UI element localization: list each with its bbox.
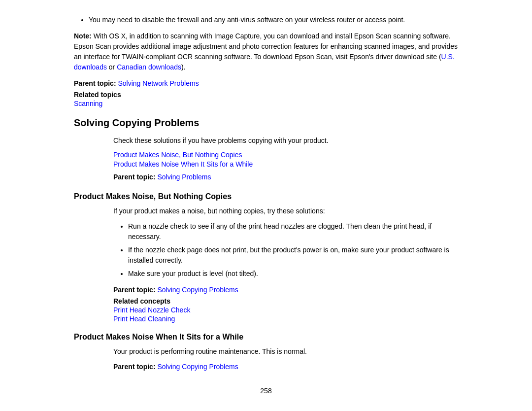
solving-problems-link[interactable]: Solving Problems: [157, 173, 211, 181]
note-or: or: [107, 63, 117, 71]
solving-copying-problems-link-2[interactable]: Solving Copying Problems: [157, 363, 238, 371]
print-head-nozzle-check-link[interactable]: Print Head Nozzle Check: [113, 306, 458, 314]
subsection2-block: Your product is performing routine maint…: [113, 346, 458, 372]
page-container: You may need to disable the firewall and…: [0, 0, 532, 411]
solving-copying-heading: Solving Copying Problems: [74, 117, 458, 129]
subsection1-intro: If your product makes a noise, but nothi…: [113, 206, 458, 216]
subsection2-heading: Product Makes Noise When It Sits for a W…: [74, 333, 458, 342]
subsection1-bullet-list: Run a nozzle check to see if any of the …: [128, 221, 458, 279]
link-noise-nothing-copies[interactable]: Product Makes Noise, But Nothing Copies: [113, 151, 458, 159]
intro-parent-topic: Parent topic: Solving Network Problems: [74, 78, 458, 89]
scanning-link[interactable]: Scanning: [74, 100, 458, 107]
subsection2-parent-topic: Parent topic: Solving Copying Problems: [113, 362, 458, 372]
subsection1-bullet-2: If the nozzle check page does not print,…: [128, 245, 458, 266]
print-head-cleaning-link[interactable]: Print Head Cleaning: [113, 315, 458, 323]
subsection2-parent-label: Parent topic:: [113, 363, 156, 371]
intro-parent-topic-label: Parent topic:: [74, 79, 116, 87]
subsection1-bullet-1: Run a nozzle check to see if any of the …: [128, 221, 458, 242]
subsection1-parent-label: Parent topic:: [113, 286, 156, 294]
solving-copying-parent-topic: Parent topic: Solving Problems: [113, 172, 458, 182]
related-topics-label: Related topics: [74, 91, 458, 99]
page-number: 258: [74, 387, 458, 395]
subsection2-intro: Your product is performing routine maint…: [113, 346, 458, 357]
solving-copying-block: Check these solutions if you have proble…: [113, 136, 458, 182]
subsection1-heading: Product Makes Noise, But Nothing Copies: [74, 192, 458, 201]
subsection1-parent-topic: Parent topic: Solving Copying Problems: [113, 285, 458, 295]
intro-section: You may need to disable the firewall and…: [74, 15, 458, 107]
link-noise-sits-while[interactable]: Product Makes Noise When It Sits for a W…: [113, 160, 458, 168]
intro-bullet-1: You may need to disable the firewall and…: [89, 15, 458, 25]
intro-bullet-list: You may need to disable the firewall and…: [89, 15, 458, 25]
solving-copying-intro: Check these solutions if you have proble…: [113, 136, 458, 146]
content-area: You may need to disable the firewall and…: [74, 15, 458, 395]
note-text: With OS X, in addition to scanning with …: [74, 32, 458, 61]
solving-copying-links: Product Makes Noise, But Nothing Copies …: [113, 151, 458, 168]
canadian-downloads-link[interactable]: Canadian downloads: [117, 63, 181, 71]
note-label: Note:: [74, 32, 92, 40]
related-concepts-label: Related concepts: [113, 297, 458, 305]
solving-network-problems-link[interactable]: Solving Network Problems: [118, 79, 199, 87]
subsection1-block: If your product makes a noise, but nothi…: [113, 206, 458, 323]
solving-copying-problems-link-1[interactable]: Solving Copying Problems: [157, 286, 238, 294]
note-paragraph: Note: With OS X, in addition to scanning…: [74, 31, 458, 72]
subsection1-bullet-3: Make sure your product is level (not til…: [128, 269, 458, 279]
solving-copying-parent-label: Parent topic:: [113, 173, 156, 181]
note-end: ).: [181, 63, 186, 71]
